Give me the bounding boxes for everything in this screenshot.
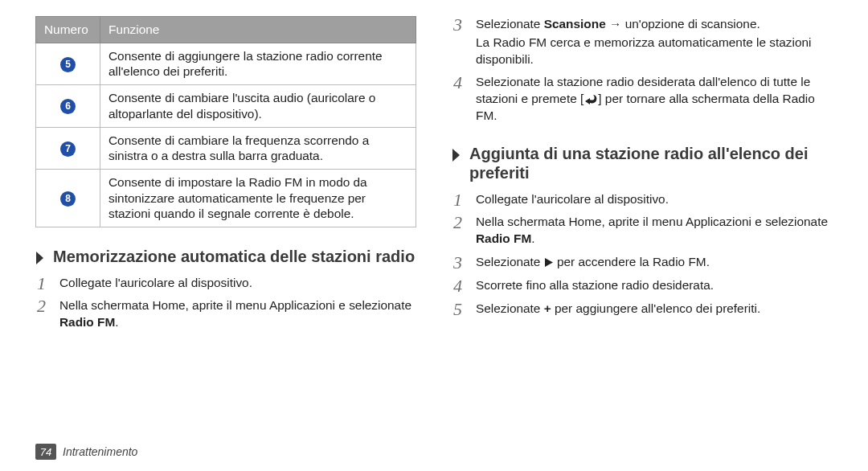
left-steps-list: Collegate l'auricolare al dispositivo. N… (35, 275, 416, 331)
function-table: Numero Funzione 5 Consente di aggiungere… (35, 16, 416, 227)
table-row: 6 Consente di cambiare l'uscita audio (a… (36, 85, 416, 127)
left-column: Numero Funzione 5 Consente di aggiungere… (35, 16, 416, 426)
row-desc: Consente di cambiare la frequenza scorre… (100, 127, 416, 169)
step-item: Scorrete fino alla stazione radio deside… (452, 277, 833, 294)
step-item: Selezionate per accendere la Radio FM. (452, 254, 833, 271)
row-number-badge: 8 (60, 191, 76, 207)
page-footer: 74 Intrattenimento (35, 444, 137, 460)
table-head-num: Numero (36, 17, 100, 43)
step-item: Nella schermata Home, aprite il menu App… (35, 297, 416, 331)
right-top-steps-list: Selezionate Scansione → un'opzione di sc… (452, 16, 833, 125)
footer-section-label: Intrattenimento (63, 445, 137, 458)
step-item: Collegate l'auricolare al dispositivo. (35, 275, 416, 292)
row-desc: Consente di cambiare l'uscita audio (aur… (100, 85, 416, 127)
step-item: Selezionate la stazione radio desiderata… (452, 74, 833, 124)
play-triangle-icon (544, 257, 554, 268)
table-row: 8 Consente di impostare la Radio FM in m… (36, 170, 416, 227)
page-number-badge: 74 (35, 444, 56, 460)
section-title: Memorizzazione automatica delle stazioni… (53, 247, 415, 266)
section-heading-memorizzazione: Memorizzazione automatica delle stazioni… (35, 247, 416, 266)
chevron-right-icon (35, 251, 47, 265)
step-item: Selezionate Scansione → un'opzione di sc… (452, 16, 833, 68)
chevron-right-icon (452, 148, 463, 162)
table-row: 5 Consente di aggiungere la stazione rad… (36, 43, 416, 84)
step-item: Selezionate + per aggiungere all'elenco … (452, 301, 833, 317)
table-row: 7 Consente di cambiare la frequenza scor… (36, 127, 416, 169)
step-item: Collegate l'auricolare al dispositivo. (452, 191, 833, 208)
section-title: Aggiunta di una stazione radio all'elenc… (469, 144, 833, 183)
section-heading-aggiunta: Aggiunta di una stazione radio all'elenc… (452, 144, 833, 183)
row-number-badge: 7 (60, 141, 76, 157)
back-arrow-icon (583, 94, 598, 104)
row-desc: Consente di impostare la Radio FM in mod… (100, 170, 416, 227)
right-steps-list: Collegate l'auricolare al dispositivo. N… (452, 191, 833, 317)
step-item: Nella schermata Home, aprite il menu App… (452, 214, 833, 248)
row-number-badge: 5 (60, 57, 76, 72)
row-number-badge: 6 (60, 99, 76, 114)
right-column: Selezionate Scansione → un'opzione di sc… (452, 16, 833, 426)
table-head-func: Funzione (100, 17, 416, 43)
row-desc: Consente di aggiungere la stazione radio… (100, 43, 416, 84)
